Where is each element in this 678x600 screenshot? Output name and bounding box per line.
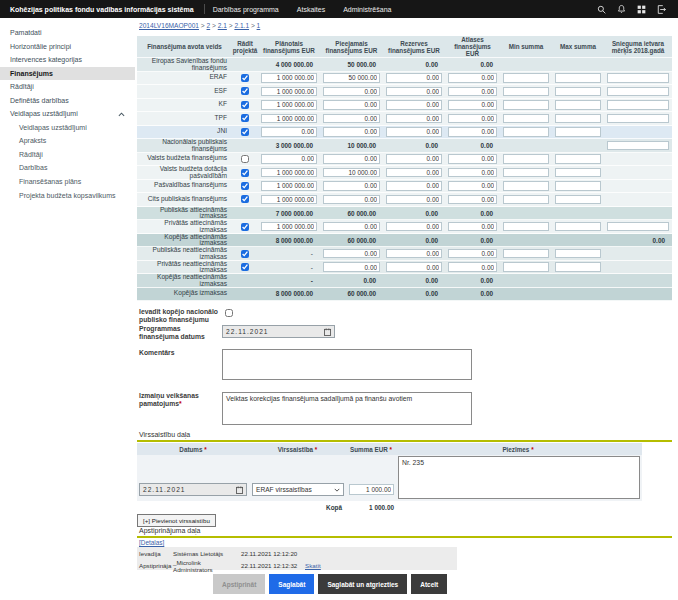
amount-input[interactable] (323, 87, 380, 97)
logout-icon[interactable] (657, 5, 666, 14)
amount-input[interactable] (503, 100, 549, 110)
cancel-button[interactable]: Atcelt (411, 574, 447, 594)
amount-input[interactable] (323, 154, 380, 164)
amount-input[interactable] (607, 87, 669, 97)
comment-textarea[interactable] (222, 349, 472, 380)
virssaistiba-amount-input[interactable] (349, 484, 394, 495)
amount-input[interactable] (607, 141, 669, 151)
sidebar-item[interactable]: Veidlapas uzstādījumi (0, 107, 135, 121)
amount-input[interactable] (503, 127, 549, 137)
topbar-menu-item[interactable]: Administrēšana (343, 6, 391, 13)
sidebar-item[interactable]: Finansējums (0, 67, 135, 81)
show-in-project-checkbox[interactable] (241, 169, 249, 177)
search-icon[interactable] (597, 5, 606, 14)
show-in-project-checkbox[interactable] (241, 182, 249, 190)
sidebar-item[interactable]: Projekta budžeta kopsavilkums (0, 189, 135, 203)
amount-input[interactable] (503, 262, 549, 272)
amount-input[interactable] (386, 262, 442, 272)
amount-input[interactable] (386, 114, 442, 124)
amount-input[interactable] (448, 262, 497, 272)
show-in-project-checkbox[interactable] (241, 250, 249, 258)
amount-input[interactable] (555, 87, 601, 97)
programme-date-input[interactable]: 22.11.2021 (222, 325, 335, 338)
sidebar-item[interactable]: Intervences kategorijas (0, 53, 135, 67)
amount-input[interactable] (607, 100, 669, 110)
amount-input[interactable] (386, 168, 442, 178)
amount-input[interactable] (448, 168, 497, 178)
show-in-project-checkbox[interactable] (241, 223, 249, 231)
amount-input[interactable] (448, 154, 497, 164)
amount-input[interactable] (386, 87, 442, 97)
show-in-project-checkbox[interactable] (241, 114, 249, 122)
show-in-project-checkbox[interactable] (241, 101, 249, 109)
show-in-project-checkbox[interactable] (241, 195, 249, 203)
amount-input[interactable] (323, 262, 380, 272)
breadcrumb-link[interactable]: 2.1 (218, 22, 227, 29)
amount-input[interactable] (448, 114, 497, 124)
show-in-project-checkbox[interactable] (241, 74, 249, 82)
sidebar-item[interactable]: Definētās darbības (0, 94, 135, 108)
app-switcher-icon[interactable] (637, 5, 646, 14)
amount-input[interactable] (503, 222, 549, 232)
amount-input[interactable] (503, 181, 549, 191)
sidebar-item[interactable]: Darbības (0, 161, 135, 175)
amount-input[interactable] (261, 100, 317, 110)
show-in-project-checkbox[interactable] (241, 128, 249, 136)
amount-input[interactable] (386, 73, 442, 83)
amount-input[interactable] (323, 168, 380, 178)
amount-input[interactable] (503, 168, 549, 178)
virssaistiba-notes-textarea[interactable]: Nr. 235 (398, 456, 640, 499)
amount-input[interactable] (386, 181, 442, 191)
amount-input[interactable] (503, 73, 549, 83)
view-link[interactable]: Skatīt (305, 562, 321, 569)
amount-input[interactable] (448, 181, 497, 191)
amount-input[interactable] (261, 114, 317, 124)
amount-input[interactable] (555, 222, 601, 232)
topbar-menu-item[interactable]: Darbības programma (213, 6, 279, 13)
sidebar-item[interactable]: Horizontālie principi (0, 40, 135, 54)
save-button[interactable]: Saglabāt (269, 574, 314, 594)
breadcrumb-link[interactable]: 1 (257, 22, 261, 29)
breadcrumb-link[interactable]: 2.1.1 (234, 22, 249, 29)
amount-input[interactable] (323, 114, 380, 124)
amount-input[interactable] (607, 73, 669, 83)
amount-input[interactable] (607, 222, 669, 232)
amount-input[interactable] (323, 222, 380, 232)
amount-input[interactable] (555, 168, 601, 178)
amount-input[interactable] (323, 249, 380, 259)
amount-input[interactable] (555, 262, 601, 272)
amount-input[interactable] (386, 154, 442, 164)
amount-input[interactable] (503, 114, 549, 124)
amount-input[interactable] (386, 249, 442, 259)
amount-input[interactable] (323, 195, 380, 205)
show-in-project-checkbox[interactable] (241, 155, 249, 163)
reason-textarea[interactable]: Veiktas korekcijas finansējuma sadalījum… (222, 392, 472, 425)
amount-input[interactable] (503, 87, 549, 97)
amount-input[interactable] (323, 181, 380, 191)
amount-input[interactable] (448, 222, 497, 232)
sidebar-item[interactable]: Pamatdati (0, 26, 135, 40)
amount-input[interactable] (386, 100, 442, 110)
virssaistiba-date-input[interactable]: 22.11.2021 (139, 483, 247, 496)
amount-input[interactable] (323, 73, 380, 83)
amount-input[interactable] (555, 100, 601, 110)
amount-input[interactable] (555, 114, 601, 124)
show-in-project-checkbox[interactable] (241, 87, 249, 95)
amount-input[interactable] (261, 87, 317, 97)
sidebar-item[interactable]: Veidlapas uzstādījumi (0, 121, 135, 135)
amount-input[interactable] (555, 181, 601, 191)
topbar-menu-item[interactable]: Atskaites (297, 6, 325, 13)
amount-input[interactable] (448, 100, 497, 110)
add-virssaistiba-button[interactable]: [+] Pievienot virssaistību (137, 514, 216, 527)
amount-input[interactable] (323, 127, 380, 137)
amount-input[interactable] (555, 195, 601, 205)
amount-input[interactable] (261, 181, 317, 191)
amount-input[interactable] (448, 195, 497, 205)
sidebar-item[interactable]: Rādītāji (0, 148, 135, 162)
amount-input[interactable] (261, 195, 317, 205)
amount-input[interactable] (261, 127, 317, 137)
amount-input[interactable] (503, 195, 549, 205)
show-in-project-checkbox[interactable] (241, 263, 249, 271)
virssaistiba-select[interactable]: ERAF virssaistības (252, 483, 344, 496)
amount-input[interactable] (448, 249, 497, 259)
